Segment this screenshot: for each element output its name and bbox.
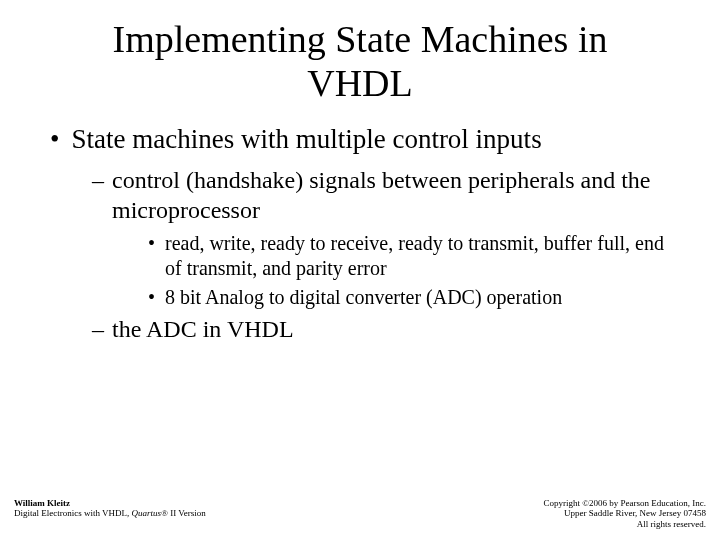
bullet-dot-icon: • [50,123,59,157]
bullet-dash-icon: – [92,165,104,225]
footer-left: William Kleitz Digital Electronics with … [14,498,206,530]
bullet-l2a-text: control (handshake) signals between peri… [112,165,680,225]
bullet-l2b-text: the ADC in VHDL [112,314,294,344]
slide-content: Implementing State Machines in VHDL • St… [0,0,720,344]
footer-copyright-1: Copyright ©2006 by Pearson Education, In… [543,498,706,509]
bullet-dot-icon: • [148,231,155,281]
bullet-level2: – the ADC in VHDL [92,314,680,344]
footer-book-italic: Quartus® [132,508,168,518]
footer-copyright-2: Upper Saddle River, New Jersey 07458 [543,508,706,519]
bullet-level3: • 8 bit Analog to digital converter (ADC… [148,285,680,310]
slide-footer: William Kleitz Digital Electronics with … [0,498,720,530]
bullet-dot-icon: • [148,285,155,310]
footer-book: Digital Electronics with VHDL, Quartus® … [14,508,206,519]
bullet-l1-text: State machines with multiple control inp… [71,123,541,157]
bullet-l3b-text: 8 bit Analog to digital converter (ADC) … [165,285,562,310]
footer-book-suffix: II Version [168,508,206,518]
bullet-dash-icon: – [92,314,104,344]
bullet-level1: • State machines with multiple control i… [50,123,680,157]
bullet-l3a-text: read, write, ready to receive, ready to … [165,231,680,281]
bullet-level3: • read, write, ready to receive, ready t… [148,231,680,281]
slide-title: Implementing State Machines in VHDL [40,18,680,105]
footer-copyright-3: All rights reserved. [543,519,706,530]
bullet-level2: – control (handshake) signals between pe… [92,165,680,225]
footer-book-prefix: Digital Electronics with VHDL, [14,508,132,518]
footer-right: Copyright ©2006 by Pearson Education, In… [543,498,706,530]
footer-author: William Kleitz [14,498,206,509]
